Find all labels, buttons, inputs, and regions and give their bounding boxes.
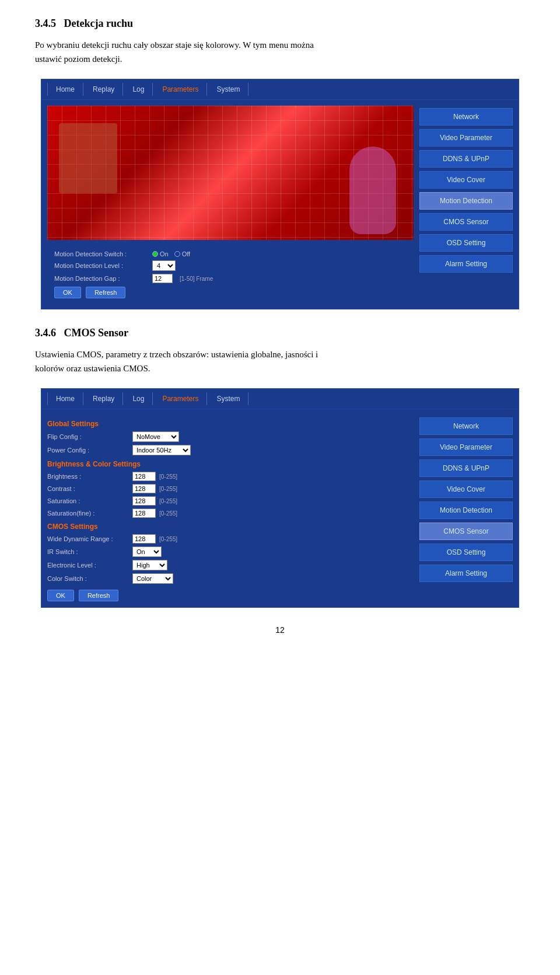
power-config-label: Power Config :	[47, 447, 129, 454]
motion-gap-hint: [1-50] Frame	[180, 276, 213, 282]
section-desc-345: Po wybraniu detekcji ruchu cały obszar s…	[35, 38, 525, 66]
motion-switch-off[interactable]: Off	[174, 250, 190, 257]
section-345: 3.4.5 Detekcja ruchu Po wybraniu detekcj…	[35, 18, 525, 309]
wdr-hint: [0-255]	[159, 536, 177, 542]
menu-btn-ddns-1[interactable]: DDNS & UPnP	[419, 150, 513, 168]
video-shelf-object	[59, 123, 117, 193]
brightness-input[interactable]	[132, 472, 156, 481]
cam-right-cmos: Network Video Parameter DDNS & UPnP Vide…	[419, 415, 513, 601]
saturation-fine-hint: [0-255]	[159, 510, 177, 517]
nav2-replay[interactable]: Replay	[85, 392, 123, 405]
wdr-input[interactable]	[132, 534, 156, 544]
menu-btn-motion-2[interactable]: Motion Detection	[419, 502, 513, 519]
saturation-input[interactable]	[132, 496, 156, 506]
motion-btn-row: OK Refresh	[54, 287, 407, 298]
saturation-fine-row: Saturation(fine) : [0-255]	[47, 509, 414, 518]
saturation-label: Saturation :	[47, 497, 129, 504]
brightness-hint: [0-255]	[159, 473, 177, 480]
nav2-log[interactable]: Log	[124, 392, 153, 405]
color-switch-label: Color Switch :	[47, 575, 129, 582]
menu-btn-motion-1[interactable]: Motion Detection	[419, 192, 513, 210]
motion-ok-button[interactable]: OK	[54, 287, 81, 298]
menu-btn-video-param-1[interactable]: Video Parameter	[419, 129, 513, 147]
cmos-left-panel: Global Settings Flip Config : NoMove Pow…	[47, 415, 414, 601]
ir-switch-select[interactable]: On	[132, 546, 162, 557]
electronic-level-label: Electronic Level :	[47, 562, 129, 569]
motion-controls: Motion Detection Switch : On Off	[47, 246, 414, 303]
nav1-replay[interactable]: Replay	[85, 83, 123, 96]
electronic-level-select[interactable]: High	[132, 560, 167, 570]
page-number: 12	[35, 625, 525, 635]
menu-btn-osd-2[interactable]: OSD Setting	[419, 544, 513, 561]
radio-on-dot	[152, 251, 158, 257]
flip-config-label: Flip Config :	[47, 433, 129, 440]
section-desc-346: Ustawienia CMOS, parametry z trzech obsz…	[35, 347, 525, 375]
menu-btn-cmos-2[interactable]: CMOS Sensor	[419, 523, 513, 540]
cam-nav-1: Home Replay Log Parameters System	[41, 79, 519, 100]
motion-refresh-button[interactable]: Refresh	[86, 287, 126, 298]
section-346: 3.4.6 CMOS Sensor Ustawienia CMOS, param…	[35, 327, 525, 608]
motion-gap-row: Motion Detection Gap : [1-50] Frame	[54, 274, 407, 283]
motion-switch-on[interactable]: On	[152, 250, 169, 257]
cam-right-motion: Network Video Parameter DDNS & UPnP Vide…	[419, 106, 513, 303]
brightness-label: Brightness :	[47, 473, 129, 480]
ir-switch-label: IR Switch :	[47, 548, 129, 555]
saturation-hint: [0-255]	[159, 498, 177, 504]
saturation-fine-input[interactable]	[132, 509, 156, 518]
motion-level-select[interactable]: 4	[152, 260, 176, 271]
nav2-home[interactable]: Home	[47, 392, 83, 405]
menu-btn-network-2[interactable]: Network	[419, 417, 513, 435]
cmos-btn-row: OK Refresh	[47, 590, 414, 601]
saturation-fine-label: Saturation(fine) :	[47, 510, 129, 517]
nav1-system[interactable]: System	[208, 83, 249, 96]
camera-ui-motion: Home Replay Log Parameters System Motion…	[41, 79, 519, 309]
motion-video-preview	[47, 106, 414, 240]
menu-btn-osd-1[interactable]: OSD Setting	[419, 234, 513, 252]
cam-content-motion: Motion Detection Switch : On Off	[41, 100, 519, 309]
cmos-settings-title: CMOS Settings	[47, 523, 414, 531]
motion-switch-label: Motion Detection Switch :	[54, 250, 148, 257]
electronic-level-row: Electronic Level : High	[47, 560, 414, 570]
nav2-parameters[interactable]: Parameters	[154, 392, 207, 405]
nav1-parameters[interactable]: Parameters	[154, 83, 207, 96]
cam-nav-2: Home Replay Log Parameters System	[41, 389, 519, 409]
cam-left-motion: Motion Detection Switch : On Off	[47, 106, 414, 303]
power-config-row: Power Config : Indoor 50Hz	[47, 445, 414, 455]
global-settings-title: Global Settings	[47, 420, 414, 428]
color-switch-select[interactable]: Color	[132, 573, 173, 584]
menu-btn-video-param-2[interactable]: Video Parameter	[419, 438, 513, 456]
nav1-home[interactable]: Home	[47, 83, 83, 96]
menu-btn-alarm-2[interactable]: Alarm Setting	[419, 565, 513, 582]
brightness-settings-title: Brightness & Color Settings	[47, 460, 414, 468]
section-heading-345: 3.4.5 Detekcja ruchu	[35, 18, 525, 30]
flip-config-select[interactable]: NoMove	[132, 431, 179, 442]
power-config-select[interactable]: Indoor 50Hz	[132, 445, 191, 455]
saturation-row: Saturation : [0-255]	[47, 496, 414, 506]
contrast-row: Contrast : [0-255]	[47, 484, 414, 493]
flip-config-row: Flip Config : NoMove	[47, 431, 414, 442]
motion-switch-radio: On Off	[152, 250, 190, 257]
menu-btn-cmos-1[interactable]: CMOS Sensor	[419, 213, 513, 231]
wdr-label: Wide Dynamic Range :	[47, 535, 129, 542]
menu-btn-video-cover-2[interactable]: Video Cover	[419, 480, 513, 498]
contrast-hint: [0-255]	[159, 486, 177, 492]
menu-btn-video-cover-1[interactable]: Video Cover	[419, 171, 513, 189]
cmos-ok-button[interactable]: OK	[47, 590, 74, 601]
menu-btn-network-1[interactable]: Network	[419, 108, 513, 126]
contrast-input[interactable]	[132, 484, 156, 493]
wdr-row: Wide Dynamic Range : [0-255]	[47, 534, 414, 544]
section-heading-346: 3.4.6 CMOS Sensor	[35, 327, 525, 339]
radio-off-dot	[174, 251, 180, 257]
cmos-content: Global Settings Flip Config : NoMove Pow…	[41, 409, 519, 607]
menu-btn-alarm-1[interactable]: Alarm Setting	[419, 255, 513, 273]
motion-gap-label: Motion Detection Gap :	[54, 275, 148, 282]
motion-switch-row: Motion Detection Switch : On Off	[54, 250, 407, 257]
cmos-refresh-button[interactable]: Refresh	[79, 590, 119, 601]
motion-gap-input[interactable]	[152, 274, 173, 283]
nav2-system[interactable]: System	[208, 392, 249, 405]
camera-ui-cmos: Home Replay Log Parameters System Global…	[41, 388, 519, 608]
video-person-object	[349, 147, 396, 234]
brightness-row: Brightness : [0-255]	[47, 472, 414, 481]
menu-btn-ddns-2[interactable]: DDNS & UPnP	[419, 459, 513, 477]
nav1-log[interactable]: Log	[124, 83, 153, 96]
